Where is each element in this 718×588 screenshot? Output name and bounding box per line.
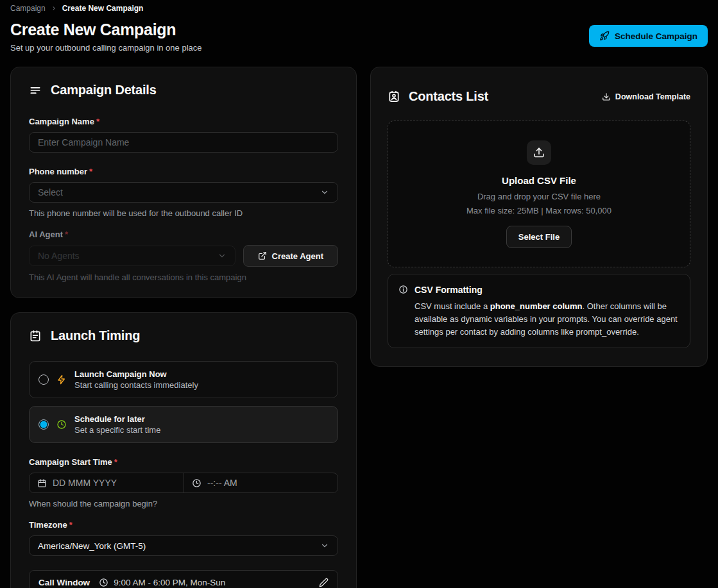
campaign-name-input[interactable]	[29, 132, 338, 153]
csv-formatting-note: CSV Formatting CSV must include a phone_…	[388, 274, 690, 348]
upload-csv-limits: Max file size: 25MB | Max rows: 50,000	[466, 206, 611, 215]
campaign-name-field[interactable]	[38, 137, 329, 147]
upload-badge	[527, 140, 551, 165]
page-title: Create New Campaign	[10, 21, 202, 39]
start-time-input[interactable]: --:-- AM	[184, 473, 338, 492]
ai-agent-placeholder: No Agents	[38, 251, 80, 261]
download-template-label: Download Template	[615, 92, 690, 101]
launch-timing-title: Launch Timing	[51, 328, 140, 343]
schedule-later-radio[interactable]	[38, 419, 49, 430]
clock-icon	[56, 419, 67, 430]
clock-icon	[192, 478, 201, 488]
csv-note-bold: phone_number column	[490, 301, 583, 311]
campaign-details-card: Campaign Details Campaign Name* Phone nu…	[10, 67, 357, 298]
start-date-placeholder: DD MMM YYYY	[53, 478, 117, 488]
breadcrumb-campaign[interactable]: Campaign	[10, 4, 46, 13]
call-window-value: 9:00 AM - 6:00 PM, Mon-Sun	[114, 578, 225, 587]
rocket-icon	[599, 31, 610, 41]
required-asterisk: *	[69, 520, 73, 530]
ai-agent-select[interactable]: No Agents	[29, 246, 235, 266]
upload-icon	[533, 147, 545, 158]
csv-note-title: CSV Formatting	[415, 283, 680, 298]
external-link-icon	[258, 251, 267, 260]
schedule-later-text: Schedule for later Set a specific start …	[74, 414, 160, 435]
campaign-details-title: Campaign Details	[51, 83, 157, 97]
breadcrumb-current: Create New Campaign	[62, 4, 144, 13]
download-template-link[interactable]: Download Template	[602, 92, 690, 101]
launch-timing-card: Launch Timing Launch Campaign Now Start …	[10, 312, 357, 588]
schedule-campaign-label: Schedule Campaign	[615, 31, 697, 41]
chevron-right-icon	[51, 5, 57, 12]
calendar-schedule-icon	[29, 330, 42, 342]
contacts-list-card: Contacts List Download Template	[370, 67, 708, 367]
chevron-down-icon	[320, 188, 329, 197]
required-asterisk: *	[114, 457, 117, 467]
page-subtitle: Set up your outbound calling campaign in…	[10, 43, 202, 53]
chevron-down-icon	[320, 541, 329, 550]
start-time-placeholder: --:-- AM	[207, 478, 237, 488]
create-campaign-page: Campaign Create New Campaign Create New …	[0, 0, 718, 588]
launch-now-subtitle: Start calling contacts immediately	[74, 380, 198, 390]
create-agent-label: Create Agent	[272, 251, 323, 261]
campaign-name-label: Campaign Name*	[29, 117, 338, 126]
ai-agent-helper-text: This AI Agent will handle all conversati…	[29, 273, 338, 282]
page-header-text: Create New Campaign Set up your outbound…	[10, 21, 202, 53]
call-window-value-wrap: 9:00 AM - 6:00 PM, Mon-Sun	[99, 578, 225, 587]
start-datetime-input: DD MMM YYYY --:-- AM	[29, 473, 338, 493]
required-asterisk: *	[65, 230, 68, 239]
ai-agent-label: AI Agent*	[29, 230, 338, 239]
upload-csv-hint: Drag and drop your CSV file here	[477, 192, 601, 201]
lightning-bolt-icon	[56, 374, 67, 385]
chevron-down-icon	[218, 251, 227, 260]
calendar-icon	[37, 478, 47, 488]
upload-csv-title: Upload CSV File	[502, 175, 576, 186]
timezone-select[interactable]: America/New_York (GMT-5)	[29, 535, 338, 556]
timezone-value: America/New_York (GMT-5)	[38, 541, 146, 551]
contact-book-icon	[388, 90, 400, 103]
page-header: Create New Campaign Set up your outbound…	[10, 21, 708, 53]
edit-pencil-icon[interactable]	[319, 578, 329, 587]
launch-now-text: Launch Campaign Now Start calling contac…	[74, 369, 198, 390]
start-time-helper: When should the campaign begin?	[29, 499, 338, 508]
required-asterisk: *	[96, 117, 99, 126]
create-agent-button[interactable]: Create Agent	[243, 245, 338, 267]
csv-note-text-1: CSV must include a	[415, 301, 490, 311]
download-icon	[602, 92, 611, 101]
clock-icon	[99, 578, 108, 587]
launch-now-title: Launch Campaign Now	[74, 369, 198, 379]
csv-note-body: CSV Formatting CSV must include a phone_…	[415, 283, 680, 339]
call-window-label: Call Window	[38, 578, 90, 587]
csv-dropzone[interactable]: Upload CSV File Drag and drop your CSV f…	[388, 121, 690, 267]
phone-helper-text: This phone number will be used for the o…	[29, 208, 338, 218]
phone-number-select[interactable]: Select	[29, 182, 338, 203]
info-icon	[398, 285, 408, 339]
launch-now-option[interactable]: Launch Campaign Now Start calling contac…	[29, 361, 338, 398]
phone-select-placeholder: Select	[38, 187, 63, 197]
select-file-button[interactable]: Select File	[506, 226, 572, 248]
timezone-label: Timezone*	[29, 520, 338, 530]
schedule-later-title: Schedule for later	[74, 414, 160, 424]
contacts-list-title: Contacts List	[409, 89, 488, 104]
required-asterisk: *	[89, 167, 92, 176]
phone-number-label: Phone number*	[29, 167, 338, 176]
start-time-label: Campaign Start Time*	[29, 457, 338, 467]
launch-now-radio[interactable]	[38, 374, 49, 385]
start-date-input[interactable]: DD MMM YYYY	[30, 473, 184, 492]
call-window-row: Call Window 9:00 AM - 6:00 PM, Mon-Sun	[29, 570, 338, 588]
align-left-icon	[29, 84, 42, 97]
schedule-later-subtitle: Set a specific start time	[74, 425, 160, 435]
schedule-campaign-button[interactable]: Schedule Campaign	[589, 25, 708, 47]
breadcrumb: Campaign Create New Campaign	[10, 0, 708, 13]
schedule-later-option[interactable]: Schedule for later Set a specific start …	[29, 406, 338, 443]
